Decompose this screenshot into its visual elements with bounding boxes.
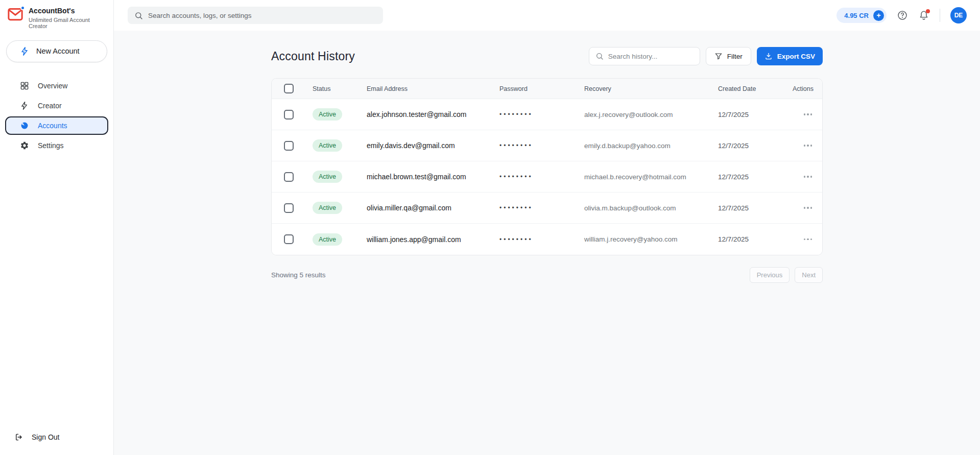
pagination: Previous Next bbox=[750, 267, 823, 283]
table-row: Active william.jones.app@gmail.com •••••… bbox=[272, 224, 822, 255]
column-header-password: Password bbox=[499, 85, 584, 92]
table-row: Active michael.brown.test@gmail.com ••••… bbox=[272, 161, 822, 193]
sign-out-icon bbox=[14, 433, 23, 442]
email-cell: emily.davis.dev@gmail.com bbox=[367, 141, 499, 150]
column-header-created-date: Created Date bbox=[718, 85, 793, 92]
password-cell: •••••••• bbox=[499, 204, 584, 211]
topbar-actions: 4.95 CR + DE bbox=[836, 7, 967, 23]
credits-label: 4.95 CR bbox=[844, 12, 869, 19]
status-badge: Active bbox=[313, 233, 342, 246]
status-badge: Active bbox=[313, 139, 342, 152]
sidebar: AccountBot's Unlimited Gmail Account Cre… bbox=[0, 0, 114, 455]
logo-status-dot bbox=[20, 6, 25, 10]
row-actions-ellipsis-icon[interactable] bbox=[803, 110, 814, 118]
help-button[interactable] bbox=[897, 10, 908, 21]
export-csv-label: Export CSV bbox=[777, 53, 815, 60]
content-header: Account History Filter bbox=[271, 47, 823, 65]
table-row: Active olivia.miller.qa@gmail.com ••••••… bbox=[272, 193, 822, 224]
column-header-status: Status bbox=[305, 85, 367, 92]
bolt-icon bbox=[19, 101, 30, 110]
sidebar-item-settings[interactable]: Settings bbox=[5, 136, 108, 155]
previous-page-button[interactable]: Previous bbox=[750, 267, 790, 283]
status-badge: Active bbox=[313, 171, 342, 183]
table-footer: Showing 5 results Previous Next bbox=[271, 267, 823, 283]
row-checkbox[interactable] bbox=[284, 234, 294, 244]
credits-pill[interactable]: 4.95 CR + bbox=[836, 8, 887, 23]
sidebar-item-creator[interactable]: Creator bbox=[5, 97, 108, 115]
status-badge: Active bbox=[313, 108, 342, 121]
table-row: Active alex.johnson.tester@gmail.com •••… bbox=[272, 99, 822, 130]
notification-badge-dot bbox=[926, 9, 930, 13]
row-checkbox[interactable] bbox=[284, 172, 294, 182]
brand-header: AccountBot's Unlimited Gmail Account Cre… bbox=[0, 0, 113, 32]
funnel-icon bbox=[714, 52, 723, 60]
row-checkbox[interactable] bbox=[284, 203, 294, 213]
column-header-actions: Actions bbox=[793, 85, 823, 92]
next-page-button[interactable]: Next bbox=[795, 267, 823, 283]
created-date-cell: 12/7/2025 bbox=[718, 111, 793, 118]
row-checkbox[interactable] bbox=[284, 141, 294, 151]
sidebar-item-accounts[interactable]: Accounts bbox=[5, 116, 108, 135]
page-title: Account History bbox=[271, 50, 355, 63]
help-icon bbox=[897, 10, 908, 21]
select-all-checkbox[interactable] bbox=[284, 84, 294, 93]
global-search[interactable] bbox=[128, 7, 383, 24]
add-credits-icon[interactable]: + bbox=[873, 10, 884, 21]
results-summary: Showing 5 results bbox=[271, 271, 326, 279]
sign-out-label: Sign Out bbox=[32, 433, 59, 441]
email-cell: olivia.miller.qa@gmail.com bbox=[367, 204, 499, 212]
column-header-recovery: Recovery bbox=[584, 85, 718, 92]
sidebar-item-overview[interactable]: Overview bbox=[5, 77, 108, 95]
recovery-cell: emily.d.backup@yahoo.com bbox=[584, 142, 718, 150]
email-cell: michael.brown.test@gmail.com bbox=[367, 173, 499, 181]
recovery-cell: michael.b.recovery@hotmail.com bbox=[584, 173, 718, 181]
status-badge: Active bbox=[313, 202, 342, 214]
main-area: Account History Filter bbox=[114, 31, 980, 455]
row-actions-ellipsis-icon[interactable] bbox=[803, 235, 814, 244]
new-account-button[interactable]: New Account bbox=[6, 40, 107, 62]
email-cell: alex.johnson.tester@gmail.com bbox=[367, 110, 499, 118]
global-search-input[interactable] bbox=[148, 12, 376, 19]
sidebar-nav: Overview Creator Accounts Settings bbox=[0, 77, 113, 155]
filter-label: Filter bbox=[727, 53, 743, 60]
brand-name: AccountBot's bbox=[29, 7, 106, 16]
filled-circle-icon bbox=[19, 121, 30, 130]
recovery-cell: william.j.recovery@yahoo.com bbox=[584, 235, 718, 243]
filter-button[interactable]: Filter bbox=[706, 47, 751, 65]
bolt-icon bbox=[20, 46, 30, 56]
header-controls: Filter Export CSV bbox=[589, 47, 823, 65]
topbar-divider bbox=[940, 9, 940, 22]
column-header-email: Email Address bbox=[367, 85, 499, 92]
content-container: Account History Filter bbox=[271, 31, 823, 283]
new-account-label: New Account bbox=[36, 47, 80, 55]
password-cell: •••••••• bbox=[499, 236, 584, 243]
sidebar-item-label: Overview bbox=[38, 82, 67, 90]
grid-icon bbox=[19, 81, 30, 90]
history-search-input[interactable] bbox=[608, 53, 699, 60]
created-date-cell: 12/7/2025 bbox=[718, 142, 793, 150]
table-header-row: Status Email Address Password Recovery C… bbox=[272, 79, 822, 99]
avatar[interactable]: DE bbox=[950, 7, 967, 23]
sign-out-button[interactable]: Sign Out bbox=[0, 427, 113, 447]
sidebar-item-label: Creator bbox=[38, 102, 62, 110]
search-icon bbox=[595, 52, 604, 60]
account-history-table: Status Email Address Password Recovery C… bbox=[271, 78, 823, 255]
row-actions-ellipsis-icon[interactable] bbox=[803, 173, 814, 181]
notifications-button[interactable] bbox=[918, 10, 929, 21]
row-actions-ellipsis-icon[interactable] bbox=[803, 204, 814, 212]
envelope-logo-icon bbox=[8, 8, 23, 21]
recovery-cell: alex.j.recovery@outlook.com bbox=[584, 111, 718, 118]
topbar: 4.95 CR + DE bbox=[114, 0, 980, 31]
row-actions-ellipsis-icon[interactable] bbox=[803, 141, 814, 150]
app-root: AccountBot's Unlimited Gmail Account Cre… bbox=[0, 0, 980, 455]
row-checkbox[interactable] bbox=[284, 110, 294, 119]
table-row: Active emily.davis.dev@gmail.com •••••••… bbox=[272, 130, 822, 161]
export-csv-button[interactable]: Export CSV bbox=[757, 47, 823, 65]
created-date-cell: 12/7/2025 bbox=[718, 204, 793, 212]
search-icon bbox=[134, 11, 143, 20]
email-cell: william.jones.app@gmail.com bbox=[367, 235, 499, 244]
password-cell: •••••••• bbox=[499, 142, 584, 149]
history-search[interactable] bbox=[589, 47, 700, 65]
created-date-cell: 12/7/2025 bbox=[718, 235, 793, 243]
sidebar-item-label: Accounts bbox=[38, 122, 67, 130]
